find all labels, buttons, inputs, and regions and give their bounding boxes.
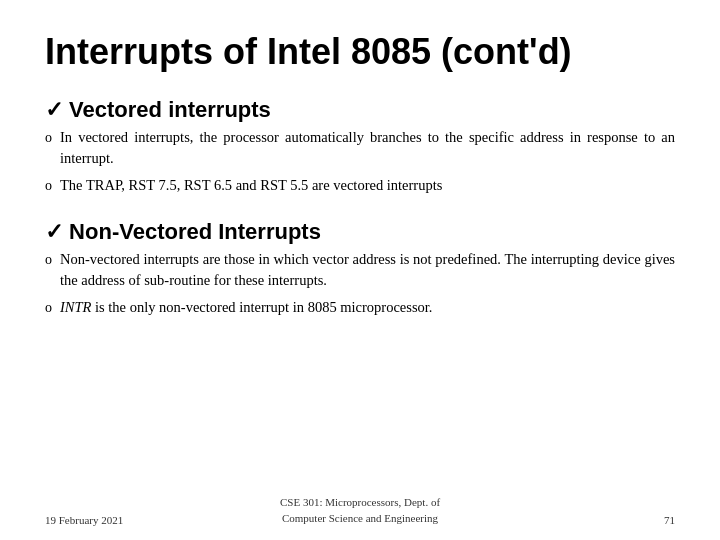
intr-italic: INTR	[60, 299, 91, 315]
bullet-text: In vectored interrupts, the processor au…	[60, 127, 675, 169]
section-heading-vectored: ✓ Vectored interrupts	[45, 97, 675, 123]
list-item: o Non-vectored interrupts are those in w…	[45, 249, 675, 291]
footer-page: 71	[664, 514, 675, 526]
section-non-vectored: ✓ Non-Vectored Interrupts o Non-vectored…	[45, 215, 675, 324]
bullet-text-intr: INTR is the only non-vectored interrupt …	[60, 297, 675, 318]
bullet-text: Non-vectored interrupts are those in whi…	[60, 249, 675, 291]
slide-container: Interrupts of Intel 8085 (cont'd) ✓ Vect…	[0, 0, 720, 540]
bullet-icon: o	[45, 128, 52, 148]
list-item: o In vectored interrupts, the processor …	[45, 127, 675, 169]
slide-title: Interrupts of Intel 8085 (cont'd)	[45, 30, 675, 73]
intr-rest: is the only non-vectored interrupt in 80…	[91, 299, 432, 315]
vectored-bullet-list: o In vectored interrupts, the processor …	[45, 127, 675, 196]
footer-center: CSE 301: Microprocessors, Dept. of Compu…	[280, 495, 440, 526]
bullet-icon: o	[45, 176, 52, 196]
non-vectored-bullet-list: o Non-vectored interrupts are those in w…	[45, 249, 675, 318]
list-item: o The TRAP, RST 7.5, RST 6.5 and RST 5.5…	[45, 175, 675, 196]
section-heading-non-vectored: ✓ Non-Vectored Interrupts	[45, 219, 675, 245]
footer-date: 19 February 2021	[45, 514, 123, 526]
bullet-icon: o	[45, 298, 52, 318]
footer-dept: Computer Science and Engineering	[282, 512, 438, 524]
bullet-text: The TRAP, RST 7.5, RST 6.5 and RST 5.5 a…	[60, 175, 675, 196]
bullet-icon: o	[45, 250, 52, 270]
footer-course: CSE 301: Microprocessors, Dept. of	[280, 496, 440, 508]
list-item: o INTR is the only non-vectored interrup…	[45, 297, 675, 318]
section-vectored: ✓ Vectored interrupts o In vectored inte…	[45, 93, 675, 202]
